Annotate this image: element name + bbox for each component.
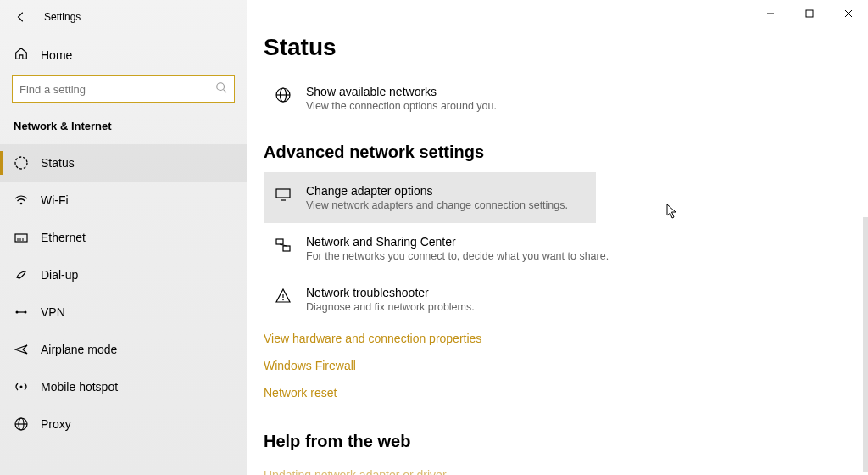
minimize-button[interactable] <box>751 0 790 27</box>
show-networks-row[interactable]: Show available networks View the connect… <box>264 76 596 120</box>
sidebar-item-label: Wi-Fi <box>41 193 69 207</box>
sidebar-item-label: Mobile hotspot <box>41 380 118 394</box>
row-desc: Diagnose and fix network problems. <box>306 301 475 313</box>
sharing-center-row[interactable]: Network and Sharing Center For the netwo… <box>264 223 620 274</box>
monitor-icon <box>274 184 292 203</box>
main-pane: Status Show available networks View the … <box>247 0 868 475</box>
sidebar-item-dialup[interactable]: Dial-up <box>0 256 247 293</box>
back-button[interactable] <box>10 6 32 28</box>
row-desc: View network adapters and change connect… <box>306 199 568 211</box>
warning-icon <box>274 286 292 305</box>
sidebar-item-hotspot[interactable]: Mobile hotspot <box>0 368 247 405</box>
sidebar-item-ethernet[interactable]: Ethernet <box>0 219 247 256</box>
window-title: Settings <box>44 11 81 23</box>
window-controls <box>751 0 868 27</box>
maximize-button[interactable] <box>790 0 829 27</box>
dialup-icon <box>14 267 29 282</box>
link-windows-firewall[interactable]: Windows Firewall <box>264 352 840 379</box>
home-nav[interactable]: Home <box>0 34 247 75</box>
link-hardware-properties[interactable]: View hardware and connection properties <box>264 325 840 352</box>
sidebar-item-vpn[interactable]: VPN <box>0 293 247 331</box>
close-icon <box>844 9 853 18</box>
globe-icon <box>274 85 292 103</box>
home-label: Home <box>41 48 72 62</box>
status-ring-icon <box>14 155 29 170</box>
svg-point-2 <box>15 157 27 169</box>
link-network-reset[interactable]: Network reset <box>264 379 840 406</box>
hotspot-icon <box>14 379 29 394</box>
svg-rect-24 <box>276 239 283 244</box>
svg-rect-22 <box>276 189 290 198</box>
sidebar: Settings Home Network & Internet Status <box>0 0 247 475</box>
titlebar: Settings <box>0 0 247 34</box>
row-title: Change adapter options <box>306 184 568 198</box>
svg-line-1 <box>224 90 227 93</box>
svg-rect-4 <box>15 234 27 242</box>
svg-point-11 <box>20 386 23 388</box>
link-help-update-adapter[interactable]: Updating network adapter or driver <box>264 461 840 475</box>
search-input[interactable] <box>19 83 215 96</box>
svg-rect-25 <box>283 246 290 251</box>
sidebar-item-status[interactable]: Status <box>0 144 247 182</box>
scrollbar[interactable] <box>863 217 868 472</box>
globe-icon <box>14 416 29 432</box>
arrow-left-icon <box>15 11 27 23</box>
sidebar-item-label: Proxy <box>41 417 71 431</box>
svg-point-0 <box>217 83 225 91</box>
troubleshooter-row[interactable]: Network troubleshooter Diagnose and fix … <box>264 274 596 325</box>
row-desc: For the networks you connect to, decide … <box>306 250 609 262</box>
row-title: Network troubleshooter <box>306 286 475 299</box>
advanced-heading: Advanced network settings <box>264 142 840 162</box>
home-icon <box>14 46 29 64</box>
row-desc: View the connection options around you. <box>306 100 497 112</box>
sidebar-item-label: Ethernet <box>41 231 86 244</box>
category-heading: Network & Internet <box>0 120 247 144</box>
row-title: Network and Sharing Center <box>306 235 609 249</box>
svg-point-28 <box>282 299 284 301</box>
search-input-wrapper[interactable] <box>12 75 235 103</box>
sidebar-item-label: Dial-up <box>41 268 78 282</box>
wifi-icon <box>14 193 29 208</box>
help-heading: Help from the web <box>264 432 840 451</box>
minimize-icon <box>766 9 775 18</box>
airplane-icon <box>14 342 29 357</box>
sidebar-item-label: VPN <box>41 305 65 319</box>
close-button[interactable] <box>829 0 868 27</box>
page-title: Status <box>264 34 840 61</box>
row-title: Show available networks <box>306 85 497 98</box>
sharing-icon <box>274 235 292 254</box>
sidebar-item-airplane[interactable]: Airplane mode <box>0 331 247 368</box>
search-icon <box>215 81 227 97</box>
sidebar-item-proxy[interactable]: Proxy <box>0 405 247 443</box>
svg-rect-16 <box>806 10 813 17</box>
maximize-icon <box>805 9 814 18</box>
svg-point-3 <box>20 203 23 205</box>
sidebar-item-label: Status <box>41 156 75 170</box>
sidebar-item-label: Airplane mode <box>41 343 117 356</box>
sidebar-item-wifi[interactable]: Wi-Fi <box>0 182 247 219</box>
vpn-icon <box>14 305 29 320</box>
change-adapter-row[interactable]: Change adapter options View network adap… <box>264 172 596 223</box>
ethernet-icon <box>14 230 29 245</box>
